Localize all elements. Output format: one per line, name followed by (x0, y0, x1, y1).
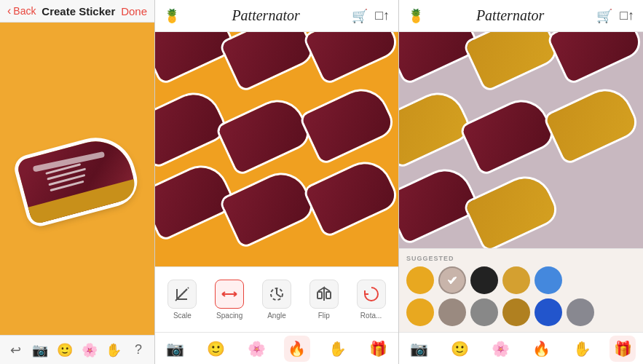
svg-rect-11 (326, 292, 331, 298)
bottom-toolbar: ↩ 📷 🙂 🌸 ✋ ? (0, 335, 154, 364)
pattern-header: 🍍 Patternator 🛒 □↑ (155, 0, 398, 32)
rotate-control[interactable]: Rota... (351, 280, 391, 320)
color-swatch-slategray[interactable] (567, 298, 594, 326)
color-panel: SUGGESTED (399, 248, 643, 332)
undo-icon[interactable]: ↩ (6, 340, 26, 360)
rotate-icon-box (357, 280, 386, 309)
gift-nav-icon[interactable]: 🎁 (365, 336, 391, 362)
nav-bar: ‹ Back Create Sticker Done (0, 0, 154, 23)
color-swatch-taupe[interactable] (438, 298, 466, 326)
sticker-preview (16, 133, 138, 225)
pattern-panel-yellow: 🍍 Patternator 🛒 □↑ (155, 0, 399, 364)
emoji-nav-icon-3[interactable]: 🙂 (447, 336, 473, 362)
color-swatch-gold[interactable] (502, 266, 530, 294)
color-swatch-darkblue[interactable] (534, 298, 562, 326)
share-icon-3[interactable]: □↑ (620, 8, 634, 23)
flame-nav-icon-3[interactable]: 🔥 (528, 336, 554, 362)
header-icons: 🛒 □↑ (352, 8, 390, 24)
back-label: Back (13, 5, 36, 17)
help-icon[interactable]: ? (128, 340, 149, 360)
scale-icon-box (167, 280, 197, 309)
header-icons-3: 🛒 □↑ (596, 8, 634, 24)
flip-control[interactable]: Flip (304, 280, 344, 320)
done-button[interactable]: Done (121, 5, 147, 17)
color-swatch-yellow-1[interactable] (406, 266, 434, 294)
emoji-nav-icon[interactable]: 🙂 (202, 336, 229, 362)
smile-icon[interactable]: 🙂 (55, 340, 75, 360)
gift-nav-icon-3[interactable]: 🎁 (610, 336, 636, 362)
flower-icon[interactable]: 🌸 (79, 340, 100, 360)
lace-1 (45, 163, 81, 175)
hand-icon[interactable]: ✋ (103, 340, 124, 360)
color-swatch-amber[interactable] (502, 298, 530, 326)
color-swatch-black[interactable] (470, 266, 498, 294)
app-logo: Patternator (180, 7, 352, 24)
controls-panel: Scale Spacing An (155, 266, 398, 332)
page-title: Create Sticker (42, 5, 115, 17)
suggested-label: SUGGESTED (406, 255, 636, 262)
sticker-canvas (0, 23, 154, 335)
spacing-control[interactable]: Spacing (210, 280, 250, 320)
angle-control[interactable]: Angle (256, 280, 296, 320)
bottom-nav-3: 📷 🙂 🌸 🔥 ✋ 🎁 (399, 332, 643, 364)
pineapple-icon-3: 🍍 (408, 8, 424, 24)
cart-icon[interactable]: 🛒 (352, 8, 368, 24)
pattern-nav-icon-3[interactable]: 🌸 (488, 336, 514, 362)
color-swatch-medgray[interactable] (470, 298, 498, 326)
pattern-grid (155, 32, 398, 266)
flame-nav-icon[interactable]: 🔥 (284, 336, 310, 362)
back-button[interactable]: ‹ Back (7, 4, 36, 17)
cart-icon-3[interactable]: 🛒 (596, 8, 612, 24)
scale-control[interactable]: Scale (162, 280, 202, 320)
color-swatch-yellow-2[interactable] (406, 298, 434, 326)
svg-line-9 (277, 294, 281, 297)
pattern-nav-icon[interactable]: 🌸 (243, 336, 269, 362)
pattern-panel-gray: 🍍 Patternator 🛒 □↑ SUGGESTED (399, 0, 643, 364)
svg-line-13 (449, 280, 451, 283)
svg-rect-12 (317, 292, 322, 298)
hand-nav-icon-3[interactable]: ✋ (569, 336, 595, 362)
pineapple-icon-left: 🍍 (164, 8, 180, 24)
share-icon[interactable]: □↑ (375, 8, 390, 23)
pattern-grid-gray (399, 32, 643, 248)
shoe-body (16, 133, 138, 225)
pattern-header-3: 🍍 Patternator 🛒 □↑ (399, 0, 643, 32)
pattern-canvas-yellow (155, 32, 398, 266)
camera-nav-icon-3[interactable]: 📷 (406, 336, 433, 362)
flip-icon-box (309, 280, 339, 309)
angle-label: Angle (267, 312, 286, 320)
create-sticker-panel: ‹ Back Create Sticker Done ↩ 📷 🙂 🌸 ✋ ? (0, 0, 155, 364)
shoe-laces (45, 157, 109, 200)
rotate-label: Rota... (360, 312, 382, 320)
pattern-canvas-gray (399, 32, 643, 248)
hand-nav-icon[interactable]: ✋ (324, 336, 350, 362)
camera-nav-icon[interactable]: 📷 (162, 336, 189, 362)
app-logo-3: Patternator (424, 7, 596, 24)
angle-icon-box (262, 280, 291, 309)
spacing-icon-box (215, 280, 244, 309)
spacing-label: Spacing (216, 312, 242, 320)
bottom-nav-2: 📷 🙂 🌸 🔥 ✋ 🎁 (155, 332, 398, 364)
color-swatch-blue[interactable] (534, 266, 562, 294)
camera-icon[interactable]: 📷 (30, 340, 50, 360)
chevron-left-icon: ‹ (7, 4, 11, 17)
flip-label: Flip (318, 312, 330, 320)
svg-line-14 (451, 277, 456, 283)
scale-label: Scale (173, 312, 192, 320)
color-swatch-gray[interactable] (438, 266, 466, 294)
